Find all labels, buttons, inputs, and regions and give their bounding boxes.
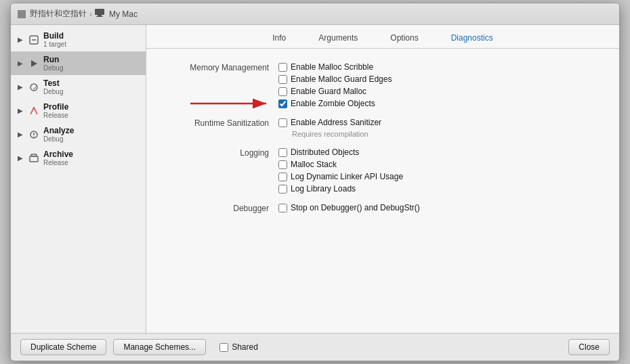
main-window: 野指针和空指针 › My Mac ▶ Build 1 target [10,3,620,361]
checkbox-address-sanitizer-input[interactable] [278,118,287,127]
sidebar-item-build[interactable]: ▶ Build 1 target [11,28,146,51]
tab-options[interactable]: Options [387,32,421,44]
tab-diagnostics[interactable]: Diagnostics [448,32,496,44]
logging-label: Logging [167,147,278,158]
panel-content: Memory Management Enable Malloc Scribble… [146,49,619,333]
sidebar-item-profile[interactable]: ▶ Profile Release [11,99,146,122]
checkbox-malloc-guard-edges-label: Enable Malloc Guard Edges [291,74,392,84]
test-icon: ✓ [28,82,39,93]
svg-point-10 [33,136,35,137]
duplicate-scheme-button[interactable]: Duplicate Scheme [20,339,106,355]
shared-label: Shared [232,342,258,352]
archive-text: Archive Release [43,150,73,166]
checkbox-zombie-objects-input[interactable] [278,99,287,108]
analyze-text: Analyze Debug [43,126,74,143]
checkbox-malloc-stack-input[interactable] [278,160,287,169]
debugger-label: Debugger [167,203,278,213]
shared-checkbox[interactable]: Shared [219,342,258,352]
profile-sub: Release [43,112,68,119]
archive-sub: Release [43,159,73,166]
checkbox-stop-on-debugger[interactable]: Stop on Debugger() and DebugStr() [278,203,420,212]
analyze-label: Analyze [43,126,74,135]
checkbox-address-sanitizer[interactable]: Enable Address Sanitizer [278,118,381,127]
monitor-icon [95,9,104,19]
tab-info[interactable]: Info [270,32,289,44]
breadcrumb-device: My Mac [109,9,138,19]
breadcrumb: 野指针和空指针 › My Mac [30,8,138,20]
expand-arrow-profile: ▶ [18,107,23,114]
profile-text: Profile Release [43,102,68,119]
checkbox-dynamic-linker-input[interactable] [278,173,287,181]
manage-schemes-button[interactable]: Manage Schemes... [113,339,206,355]
checkbox-library-loads[interactable]: Log Library Loads [278,184,403,194]
profile-icon [28,106,39,116]
test-label: Test [43,78,63,88]
breadcrumb-project: 野指针和空指针 [30,8,87,20]
sidebar: ▶ Build 1 target ▶ Run Debug [11,25,146,333]
checkbox-malloc-scribble[interactable]: Enable Malloc Scribble [278,62,392,72]
section-debugger: Debugger Stop on Debugger() and DebugStr… [167,203,599,213]
app-icon [18,10,26,18]
section-runtime-sanitization: Runtime Sanitization Enable Address Sani… [167,118,599,138]
svg-rect-0 [95,9,104,15]
checkbox-malloc-guard-edges-input[interactable] [278,75,287,84]
checkbox-library-loads-label: Log Library Loads [291,184,356,194]
svg-rect-2 [96,16,103,17]
checkbox-malloc-scribble-label: Enable Malloc Scribble [291,62,373,72]
memory-management-label: Memory Management [167,62,278,72]
checkbox-guard-malloc-input[interactable] [278,87,287,96]
checkbox-address-sanitizer-label: Enable Address Sanitizer [291,118,381,127]
svg-text:✓: ✓ [33,85,38,91]
expand-arrow-run: ▶ [18,60,23,67]
sidebar-item-test[interactable]: ▶ ✓ Test Debug [11,75,146,99]
sidebar-item-archive[interactable]: ▶ Archive Release [11,146,146,170]
tab-arguments[interactable]: Arguments [316,32,360,44]
runtime-sanitization-controls: Enable Address Sanitizer Requires recomp… [278,118,381,138]
section-logging: Logging Distributed Objects Malloc Stack [167,147,599,194]
checkbox-stop-on-debugger-input[interactable] [278,204,287,212]
svg-rect-1 [98,15,102,16]
tabs-bar: Info Arguments Options Diagnostics [146,25,619,49]
analyze-icon [28,129,39,140]
svg-rect-11 [30,156,38,162]
run-sub: Debug [43,64,63,72]
archive-icon [28,153,39,164]
checkbox-distributed-objects-input[interactable] [278,148,287,157]
sidebar-item-run[interactable]: ▶ Run Debug [11,51,146,75]
runtime-sanitization-label: Runtime Sanitization [167,118,278,128]
run-icon [28,58,39,69]
shared-checkbox-input[interactable] [219,343,228,352]
right-panel: Info Arguments Options Diagnostics Memor… [146,25,619,333]
checkbox-malloc-stack-label: Malloc Stack [291,160,337,169]
archive-label: Archive [43,150,73,159]
checkbox-guard-malloc-label: Enable Guard Malloc [291,87,366,96]
checkbox-guard-malloc[interactable]: Enable Guard Malloc [278,87,392,96]
logging-controls: Distributed Objects Malloc Stack Log Dyn… [278,147,403,194]
main-content: ▶ Build 1 target ▶ Run Debug [11,25,619,333]
expand-arrow-analyze: ▶ [18,131,23,138]
checkbox-stop-on-debugger-label: Stop on Debugger() and DebugStr() [291,203,420,212]
memory-management-controls: Enable Malloc Scribble Enable Malloc Gua… [278,62,392,108]
run-label: Run [43,55,63,64]
expand-arrow-test: ▶ [18,83,23,91]
run-text: Run Debug [43,55,63,72]
checkbox-malloc-guard-edges[interactable]: Enable Malloc Guard Edges [278,74,392,84]
checkbox-dynamic-linker-label: Log Dynamic Linker API Usage [291,172,403,181]
section-memory-management: Memory Management Enable Malloc Scribble… [167,62,599,108]
breadcrumb-chevron: › [89,9,92,19]
test-text: Test Debug [43,78,63,95]
close-button[interactable]: Close [568,339,610,355]
svg-rect-12 [31,154,37,156]
checkbox-malloc-stack[interactable]: Malloc Stack [278,160,403,169]
checkbox-malloc-scribble-input[interactable] [278,63,287,72]
test-sub: Debug [43,88,63,95]
checkbox-distributed-objects[interactable]: Distributed Objects [278,147,403,157]
bottom-bar: Duplicate Scheme Manage Schemes... Share… [11,333,619,361]
expand-arrow-build: ▶ [18,36,23,43]
checkbox-library-loads-input[interactable] [278,185,287,194]
sidebar-item-analyze[interactable]: ▶ Analyze Debug [11,122,146,146]
checkbox-dynamic-linker[interactable]: Log Dynamic Linker API Usage [278,172,403,181]
checkbox-zombie-objects[interactable]: Enable Zombie Objects [278,99,392,108]
analyze-sub: Debug [43,135,74,143]
build-icon [28,35,39,45]
